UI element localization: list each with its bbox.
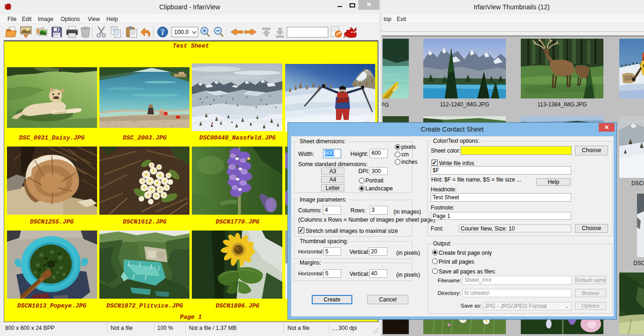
svg-text:100.0: 100.0: [174, 29, 189, 35]
svg-text:i: i: [161, 28, 164, 36]
